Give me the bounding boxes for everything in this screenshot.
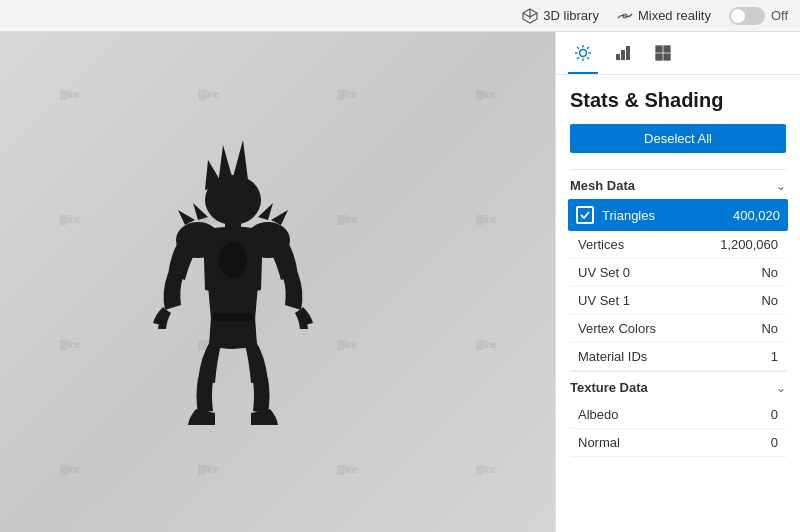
normal-row: Normal 0 bbox=[570, 429, 786, 457]
svg-rect-23 bbox=[616, 54, 620, 60]
normal-value: 0 bbox=[771, 435, 778, 450]
triangles-checkbox[interactable] bbox=[576, 206, 594, 224]
triangles-label: Triangles bbox=[602, 208, 733, 223]
vertex-colors-value: No bbox=[761, 321, 778, 336]
svg-rect-24 bbox=[621, 50, 625, 60]
toggle-track[interactable] bbox=[729, 7, 765, 25]
texture-data-section-header[interactable]: Texture Data ⌄ bbox=[570, 371, 786, 401]
panel-tabs bbox=[556, 32, 800, 75]
uv-set-0-value: No bbox=[761, 265, 778, 280]
chart-icon bbox=[614, 44, 632, 62]
cube-icon bbox=[522, 8, 538, 24]
texture-data-chevron: ⌄ bbox=[776, 381, 786, 395]
svg-line-22 bbox=[577, 57, 579, 59]
uv-set-1-row: UV Set 1 No bbox=[570, 287, 786, 315]
tab-shading[interactable] bbox=[568, 40, 598, 74]
albedo-value: 0 bbox=[771, 407, 778, 422]
grid-icon bbox=[654, 44, 672, 62]
mesh-data-title: Mesh Data bbox=[570, 178, 635, 193]
svg-line-19 bbox=[577, 47, 579, 49]
character-model bbox=[143, 135, 323, 429]
top-bar: 3D library Mixed reality Off bbox=[0, 0, 800, 32]
svg-point-13 bbox=[219, 242, 247, 278]
uv-set-0-row: UV Set 0 No bbox=[570, 259, 786, 287]
vertex-colors-label: Vertex Colors bbox=[578, 321, 761, 336]
right-panel: Stats & Shading Deselect All Mesh Data ⌄… bbox=[555, 32, 800, 532]
panel-title: Stats & Shading bbox=[570, 89, 786, 112]
panel-content: Stats & Shading Deselect All Mesh Data ⌄… bbox=[556, 75, 800, 532]
3d-library-button[interactable]: 3D library bbox=[522, 8, 599, 24]
normal-label: Normal bbox=[578, 435, 771, 450]
svg-point-14 bbox=[580, 50, 587, 57]
mesh-data-chevron: ⌄ bbox=[776, 179, 786, 193]
svg-rect-25 bbox=[626, 46, 630, 60]
vertices-value: 1,200,060 bbox=[720, 237, 778, 252]
albedo-row: Albedo 0 bbox=[570, 401, 786, 429]
mixed-reality-icon bbox=[617, 8, 633, 24]
svg-marker-2 bbox=[233, 140, 248, 180]
mixed-reality-button[interactable]: Mixed reality bbox=[617, 8, 711, 24]
material-ids-label: Material IDs bbox=[578, 349, 771, 364]
triangles-row[interactable]: Triangles 400,020 bbox=[568, 199, 788, 231]
svg-point-4 bbox=[205, 175, 261, 225]
triangles-value: 400,020 bbox=[733, 208, 780, 223]
uv-set-1-value: No bbox=[761, 293, 778, 308]
toggle-off-label: Off bbox=[771, 8, 788, 23]
vertex-colors-row: Vertex Colors No bbox=[570, 315, 786, 343]
svg-rect-26 bbox=[656, 46, 662, 52]
tab-stats[interactable] bbox=[608, 40, 638, 74]
svg-rect-27 bbox=[664, 46, 670, 52]
svg-rect-12 bbox=[213, 313, 253, 321]
toggle-thumb bbox=[731, 9, 745, 23]
sun-icon bbox=[574, 44, 592, 62]
main-content: ||||line ||||line ||||line ||||line ||||… bbox=[0, 32, 800, 532]
material-ids-value: 1 bbox=[771, 349, 778, 364]
svg-rect-29 bbox=[664, 54, 670, 60]
texture-data-title: Texture Data bbox=[570, 380, 648, 395]
svg-rect-28 bbox=[656, 54, 662, 60]
uv-set-0-label: UV Set 0 bbox=[578, 265, 761, 280]
mixed-reality-label: Mixed reality bbox=[638, 8, 711, 23]
mixed-reality-toggle[interactable]: Off bbox=[729, 7, 788, 25]
vertices-row: Vertices 1,200,060 bbox=[570, 231, 786, 259]
deselect-all-button[interactable]: Deselect All bbox=[570, 124, 786, 153]
uv-set-1-label: UV Set 1 bbox=[578, 293, 761, 308]
library-label: 3D library bbox=[543, 8, 599, 23]
tab-grid[interactable] bbox=[648, 40, 678, 74]
viewport[interactable]: ||||line ||||line ||||line ||||line ||||… bbox=[0, 32, 555, 532]
mesh-data-section-header[interactable]: Mesh Data ⌄ bbox=[570, 169, 786, 199]
material-ids-row: Material IDs 1 bbox=[570, 343, 786, 371]
svg-line-21 bbox=[587, 47, 589, 49]
vertices-label: Vertices bbox=[578, 237, 720, 252]
albedo-label: Albedo bbox=[578, 407, 771, 422]
svg-line-20 bbox=[587, 57, 589, 59]
